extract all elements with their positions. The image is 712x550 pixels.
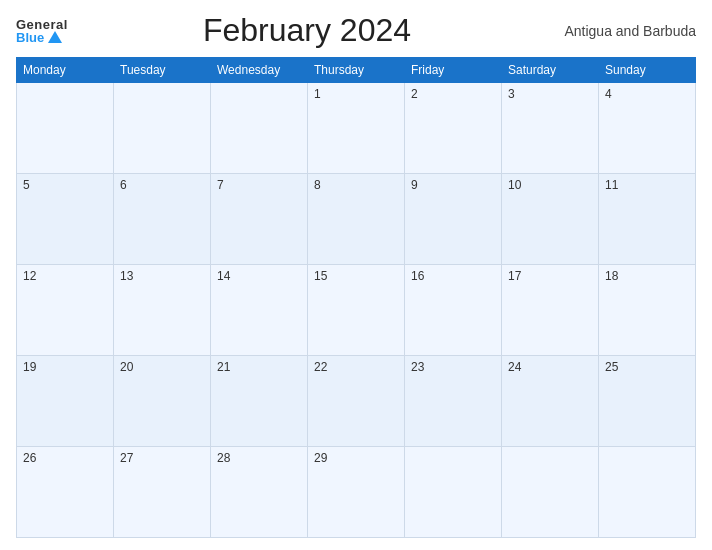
calendar-day-18: 18	[599, 265, 696, 356]
day-number: 5	[23, 178, 30, 192]
day-number: 27	[120, 451, 133, 465]
calendar-title: February 2024	[68, 12, 546, 49]
calendar-week-row-3: 12131415161718	[17, 265, 696, 356]
calendar-day-8: 8	[308, 174, 405, 265]
calendar-week-row-4: 19202122232425	[17, 356, 696, 447]
calendar-empty-cell	[17, 83, 114, 174]
day-number: 15	[314, 269, 327, 283]
day-number: 2	[411, 87, 418, 101]
calendar-day-12: 12	[17, 265, 114, 356]
calendar-empty-cell	[405, 447, 502, 538]
calendar-empty-cell	[599, 447, 696, 538]
weekday-header-monday: Monday	[17, 58, 114, 83]
calendar-day-16: 16	[405, 265, 502, 356]
calendar-day-26: 26	[17, 447, 114, 538]
calendar-day-10: 10	[502, 174, 599, 265]
logo-general-text: General	[16, 18, 68, 31]
calendar-day-7: 7	[211, 174, 308, 265]
day-number: 13	[120, 269, 133, 283]
calendar-empty-cell	[502, 447, 599, 538]
country-name: Antigua and Barbuda	[546, 23, 696, 39]
calendar-empty-cell	[114, 83, 211, 174]
calendar-day-15: 15	[308, 265, 405, 356]
calendar-day-2: 2	[405, 83, 502, 174]
day-number: 22	[314, 360, 327, 374]
calendar-day-11: 11	[599, 174, 696, 265]
day-number: 19	[23, 360, 36, 374]
day-number: 14	[217, 269, 230, 283]
day-number: 21	[217, 360, 230, 374]
calendar-day-24: 24	[502, 356, 599, 447]
logo-triangle-icon	[48, 31, 62, 43]
calendar-day-9: 9	[405, 174, 502, 265]
calendar-table: MondayTuesdayWednesdayThursdayFridaySatu…	[16, 57, 696, 538]
day-number: 28	[217, 451, 230, 465]
weekday-header-sunday: Sunday	[599, 58, 696, 83]
day-number: 18	[605, 269, 618, 283]
day-number: 20	[120, 360, 133, 374]
logo: General Blue	[16, 18, 68, 44]
day-number: 8	[314, 178, 321, 192]
calendar-week-row-2: 567891011	[17, 174, 696, 265]
day-number: 10	[508, 178, 521, 192]
day-number: 17	[508, 269, 521, 283]
calendar-week-row-5: 26272829	[17, 447, 696, 538]
calendar-week-row-1: 1234	[17, 83, 696, 174]
weekday-header-wednesday: Wednesday	[211, 58, 308, 83]
calendar-day-5: 5	[17, 174, 114, 265]
weekday-header-row: MondayTuesdayWednesdayThursdayFridaySatu…	[17, 58, 696, 83]
calendar-day-1: 1	[308, 83, 405, 174]
day-number: 4	[605, 87, 612, 101]
calendar-day-23: 23	[405, 356, 502, 447]
day-number: 23	[411, 360, 424, 374]
calendar-day-19: 19	[17, 356, 114, 447]
day-number: 26	[23, 451, 36, 465]
calendar-day-22: 22	[308, 356, 405, 447]
day-number: 11	[605, 178, 618, 192]
calendar-day-27: 27	[114, 447, 211, 538]
day-number: 7	[217, 178, 224, 192]
calendar-day-25: 25	[599, 356, 696, 447]
calendar-day-17: 17	[502, 265, 599, 356]
weekday-header-saturday: Saturday	[502, 58, 599, 83]
day-number: 9	[411, 178, 418, 192]
calendar-day-28: 28	[211, 447, 308, 538]
day-number: 1	[314, 87, 321, 101]
day-number: 16	[411, 269, 424, 283]
weekday-header-tuesday: Tuesday	[114, 58, 211, 83]
calendar-day-6: 6	[114, 174, 211, 265]
calendar-page: General Blue February 2024 Antigua and B…	[0, 0, 712, 550]
weekday-header-thursday: Thursday	[308, 58, 405, 83]
calendar-empty-cell	[211, 83, 308, 174]
calendar-day-29: 29	[308, 447, 405, 538]
day-number: 29	[314, 451, 327, 465]
calendar-day-21: 21	[211, 356, 308, 447]
day-number: 3	[508, 87, 515, 101]
calendar-day-13: 13	[114, 265, 211, 356]
weekday-header-friday: Friday	[405, 58, 502, 83]
calendar-day-3: 3	[502, 83, 599, 174]
day-number: 24	[508, 360, 521, 374]
day-number: 6	[120, 178, 127, 192]
calendar-day-20: 20	[114, 356, 211, 447]
calendar-header: General Blue February 2024 Antigua and B…	[16, 12, 696, 49]
logo-blue-text: Blue	[16, 31, 62, 44]
calendar-day-14: 14	[211, 265, 308, 356]
day-number: 12	[23, 269, 36, 283]
calendar-day-4: 4	[599, 83, 696, 174]
day-number: 25	[605, 360, 618, 374]
